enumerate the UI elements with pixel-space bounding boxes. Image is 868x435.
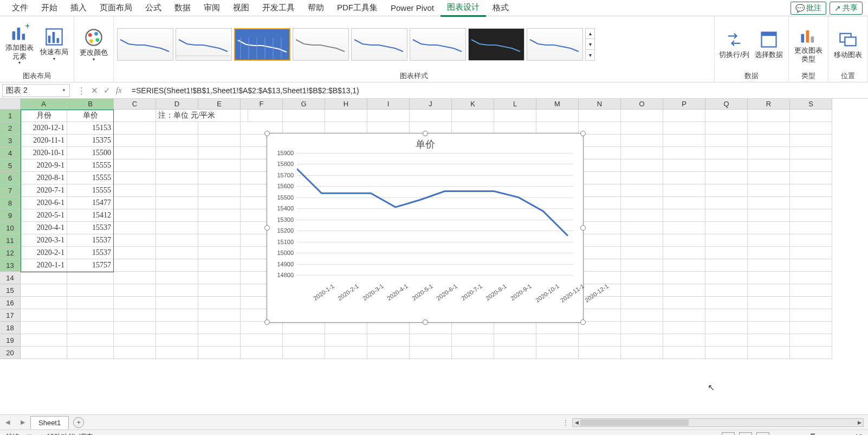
cell-P4[interactable] [663, 147, 705, 159]
cell-A16[interactable] [21, 297, 67, 309]
cell-F18[interactable] [241, 322, 283, 334]
row-header-7[interactable]: 7 [0, 184, 21, 197]
cell-M1[interactable] [536, 110, 579, 122]
cell-M19[interactable] [536, 334, 579, 347]
cell-S18[interactable] [790, 322, 832, 334]
cell-A20[interactable] [21, 347, 67, 359]
cell-R20[interactable] [748, 347, 790, 359]
cell-E16[interactable] [198, 297, 241, 309]
cell-B2[interactable]: 15153 [67, 122, 114, 135]
name-box-dropdown-icon[interactable]: ▼ [62, 88, 66, 93]
cell-J20[interactable] [410, 347, 452, 359]
cell-O4[interactable] [621, 147, 663, 159]
row-header-11[interactable]: 11 [0, 234, 21, 247]
cell-O11[interactable] [621, 234, 663, 247]
chart-style-4[interactable] [293, 28, 349, 61]
cell-P11[interactable] [663, 234, 705, 247]
cell-R12[interactable] [748, 247, 790, 259]
tab-data[interactable]: 数据 [168, 0, 197, 16]
fx-icon[interactable]: fx [116, 86, 122, 95]
col-header-F[interactable]: F [241, 99, 283, 110]
row-header-16[interactable]: 16 [0, 297, 21, 309]
cell-I19[interactable] [367, 334, 410, 347]
cell-P9[interactable] [663, 209, 705, 222]
cell-C7[interactable] [114, 184, 156, 197]
cell-C2[interactable] [114, 122, 156, 135]
col-header-I[interactable]: I [367, 99, 410, 110]
row-header-15[interactable]: 15 [0, 284, 21, 297]
view-pagelayout-button[interactable]: ▤ [739, 432, 752, 436]
cell-B11[interactable]: 15537 [67, 234, 114, 247]
cell-S19[interactable] [790, 334, 832, 347]
cell-E8[interactable] [198, 197, 241, 209]
cell-O7[interactable] [621, 184, 663, 197]
chart-style-8[interactable] [527, 28, 583, 61]
cell-S13[interactable] [790, 259, 832, 272]
cell-C1[interactable] [114, 110, 156, 122]
cell-N3[interactable] [579, 135, 621, 147]
cell-D3[interactable] [156, 135, 198, 147]
col-header-K[interactable]: K [452, 99, 494, 110]
view-pagebreak-button[interactable]: ⊞ [756, 432, 769, 436]
cell-C10[interactable] [114, 222, 156, 234]
cell-E20[interactable] [198, 347, 241, 359]
cell-Q12[interactable] [705, 247, 748, 259]
row-header-2[interactable]: 2 [0, 122, 21, 135]
row-header-20[interactable]: 20 [0, 347, 21, 359]
row-header-4[interactable]: 4 [0, 147, 21, 159]
sheet-tab-sheet1[interactable]: Sheet1 [30, 416, 69, 429]
cell-O12[interactable] [621, 247, 663, 259]
cell-D20[interactable] [156, 347, 198, 359]
cell-N14[interactable] [579, 272, 621, 284]
cell-E15[interactable] [198, 284, 241, 297]
col-header-L[interactable]: L [494, 99, 536, 110]
cell-A14[interactable] [21, 272, 67, 284]
cell-B6[interactable]: 15555 [67, 172, 114, 184]
cell-P6[interactable] [663, 172, 705, 184]
switch-row-col-button[interactable]: 切换行/列 [718, 30, 750, 59]
cell-G20[interactable] [283, 347, 325, 359]
cell-R5[interactable] [748, 159, 790, 172]
cell-A2[interactable]: 2020-12-1 [21, 122, 67, 135]
cell-D16[interactable] [156, 297, 198, 309]
cell-Q13[interactable] [705, 259, 748, 272]
chart-x-axis[interactable]: 2020-1-12020-2-12020-3-12020-4-12020-5-1… [297, 280, 573, 313]
cell-B4[interactable]: 15500 [67, 147, 114, 159]
cell-P12[interactable] [663, 247, 705, 259]
cell-R19[interactable] [748, 334, 790, 347]
cell-C8[interactable] [114, 197, 156, 209]
chart-style-3[interactable] [234, 28, 290, 61]
cell-R4[interactable] [748, 147, 790, 159]
cell-M18[interactable] [536, 322, 579, 334]
cell-L1[interactable] [494, 110, 536, 122]
zoom-in-button[interactable]: + [846, 433, 851, 435]
cell-Q16[interactable] [705, 297, 748, 309]
cell-R3[interactable] [748, 135, 790, 147]
tab-help[interactable]: 帮助 [301, 0, 331, 16]
cell-R10[interactable] [748, 222, 790, 234]
cell-O15[interactable] [621, 284, 663, 297]
cell-Q14[interactable] [705, 272, 748, 284]
tab-formulas[interactable]: 公式 [139, 0, 168, 16]
cell-Q6[interactable] [705, 172, 748, 184]
cell-D13[interactable] [156, 259, 198, 272]
add-chart-element-button[interactable]: + 添加图表元素▾ [3, 23, 36, 66]
enter-icon[interactable]: ✓ [103, 86, 111, 95]
cell-S11[interactable] [790, 234, 832, 247]
cell-A11[interactable]: 2020-3-1 [21, 234, 67, 247]
col-header-A[interactable]: A [21, 99, 67, 110]
cell-B17[interactable] [67, 309, 114, 322]
change-chart-type-button[interactable]: 更改图表类型 [792, 25, 825, 63]
cell-C18[interactable] [114, 322, 156, 334]
cell-P18[interactable] [663, 322, 705, 334]
col-header-J[interactable]: J [410, 99, 452, 110]
chart-style-2[interactable] [176, 28, 232, 61]
cell-R2[interactable] [748, 122, 790, 135]
tab-view[interactable]: 视图 [226, 0, 256, 16]
resize-handle-w[interactable] [264, 225, 270, 231]
cell-N8[interactable] [579, 197, 621, 209]
cell-Q4[interactable] [705, 147, 748, 159]
cell-I1[interactable] [367, 110, 410, 122]
row-header-8[interactable]: 8 [0, 197, 21, 209]
chart-plot-area[interactable]: 1480014900150001510015200153001540015500… [297, 153, 573, 275]
